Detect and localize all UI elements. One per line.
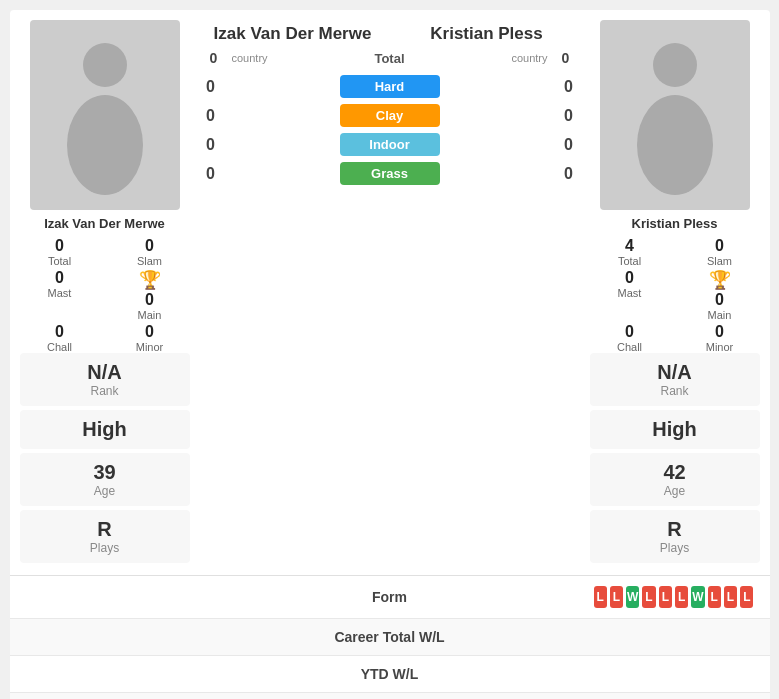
svg-point-3 (637, 95, 713, 195)
left-plays-box: R Plays (20, 510, 190, 563)
form-badge-w: W (626, 586, 639, 608)
right-slam-value: 0 (715, 237, 724, 255)
left-clay-score: 0 (196, 107, 226, 125)
right-age-box: 42 Age (590, 453, 760, 506)
left-country-flag: country (232, 52, 268, 64)
left-minor-cell: 0 Minor (110, 323, 190, 353)
form-badge-l: L (659, 586, 672, 608)
players-row: Izak Van Der Merwe 0 Total 0 Slam 0 Mast… (10, 10, 770, 353)
left-slam-label: Slam (137, 255, 162, 267)
left-total-value: 0 (55, 237, 64, 255)
left-rank-box: N/A Rank (20, 353, 190, 406)
total-row: 0 country Total country 0 (196, 48, 584, 72)
ytd-wl-row: YTD W/L (10, 656, 770, 693)
left-age-value: 39 (93, 461, 115, 484)
right-player-stats: 4 Total 0 Slam 0 Mast 🏆 0 Main 0 (590, 237, 760, 353)
right-chall-label: Chall (617, 341, 642, 353)
form-right: LLWLLLWLLL (594, 586, 754, 608)
grass-badge: Grass (340, 162, 440, 185)
left-total-cell: 0 Total (20, 237, 100, 267)
right-slam-cell: 0 Slam (680, 237, 760, 267)
left-rank-label: Rank (90, 384, 118, 398)
form-badge-l: L (740, 586, 753, 608)
left-total-score: 0 (196, 50, 232, 66)
left-minor-label: Minor (136, 341, 164, 353)
career-wl-label: Career Total W/L (186, 629, 594, 645)
left-chall-label: Chall (47, 341, 72, 353)
right-indoor-score: 0 (554, 136, 584, 154)
right-total-score: 0 (548, 50, 584, 66)
left-minor-value: 0 (145, 323, 154, 341)
center-panel: Izak Van Der Merwe Kristian Pless 0 coun… (196, 20, 584, 353)
form-row: Form LLWLLLWLLL (10, 576, 770, 619)
left-age-label: Age (94, 484, 115, 498)
left-chall-value: 0 (55, 323, 64, 341)
right-age-value: 42 (663, 461, 685, 484)
left-plays-label: Plays (90, 541, 119, 555)
left-info-col: N/A Rank High 39 Age R Plays (20, 353, 190, 567)
left-slam-value: 0 (145, 237, 154, 255)
right-slam-label: Slam (707, 255, 732, 267)
right-mast-label: Mast (618, 287, 642, 299)
form-badge-l: L (610, 586, 623, 608)
total-label: Total (268, 51, 512, 66)
svg-point-1 (67, 95, 143, 195)
grass-row: 0 Grass 0 (196, 159, 584, 188)
right-age-label: Age (664, 484, 685, 498)
right-high-value: High (652, 418, 696, 441)
left-total-label: Total (48, 255, 71, 267)
right-player-silhouette (625, 35, 725, 195)
main-container: Izak Van Der Merwe 0 Total 0 Slam 0 Mast… (10, 10, 770, 699)
hard-row: 0 Hard 0 (196, 72, 584, 101)
indoor-badge: Indoor (340, 133, 440, 156)
svg-point-0 (83, 43, 127, 87)
right-plays-label: Plays (660, 541, 689, 555)
left-trophy-icon: 🏆 (139, 269, 161, 291)
form-badge-w: W (691, 586, 704, 608)
bottom-section: Form LLWLLLWLLL Career Total W/L YTD W/L… (10, 575, 770, 699)
form-badge-l: L (708, 586, 721, 608)
left-rank-value: N/A (87, 361, 121, 384)
form-badge-l: L (724, 586, 737, 608)
right-rank-label: Rank (660, 384, 688, 398)
right-mast-cell: 0 Mast (590, 269, 670, 321)
left-high-value: High (82, 418, 126, 441)
left-player-silhouette (55, 35, 155, 195)
indoor-row: 0 Indoor 0 (196, 130, 584, 159)
right-chall-value: 0 (625, 323, 634, 341)
left-player-photo (30, 20, 180, 210)
left-main-label: Main (138, 309, 162, 321)
right-rank-value: N/A (657, 361, 691, 384)
right-plays-box: R Plays (590, 510, 760, 563)
left-main-value: 0 (145, 291, 154, 309)
right-clay-score: 0 (554, 107, 584, 125)
right-minor-value: 0 (715, 323, 724, 341)
left-chall-cell: 0 Chall (20, 323, 100, 353)
ytd-wl-label: YTD W/L (186, 666, 594, 682)
right-plays-value: R (667, 518, 681, 541)
right-trophy-icon: 🏆 (709, 269, 731, 291)
right-total-cell: 4 Total (590, 237, 670, 267)
left-plays-value: R (97, 518, 111, 541)
left-player-name: Izak Van Der Merwe (44, 216, 165, 231)
right-player-name: Kristian Pless (632, 216, 718, 231)
left-trophy-cell: 🏆 0 Main (110, 269, 190, 321)
right-total-label: Total (618, 255, 641, 267)
left-mast-cell: 0 Mast (20, 269, 100, 321)
clay-badge: Clay (340, 104, 440, 127)
right-grass-score: 0 (554, 165, 584, 183)
right-rank-box: N/A Rank (590, 353, 760, 406)
left-indoor-score: 0 (196, 136, 226, 154)
left-player-card: Izak Van Der Merwe 0 Total 0 Slam 0 Mast… (20, 20, 190, 353)
form-badge-l: L (675, 586, 688, 608)
form-badge-l: L (594, 586, 607, 608)
left-mast-value: 0 (55, 269, 64, 287)
right-header-name: Kristian Pless (390, 24, 584, 44)
right-hard-score: 0 (554, 78, 584, 96)
right-mast-value: 0 (625, 269, 634, 287)
left-mast-label: Mast (48, 287, 72, 299)
right-info-col: N/A Rank High 42 Age R Plays (590, 353, 760, 567)
right-main-value: 0 (715, 291, 724, 309)
center-info-col (196, 353, 584, 567)
career-wl-row: Career Total W/L (10, 619, 770, 656)
